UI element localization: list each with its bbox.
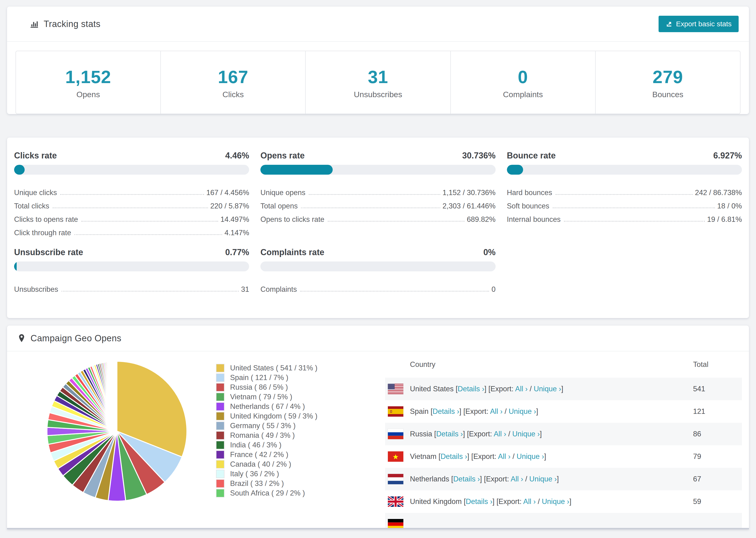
export-unique-link[interactable]: Unique › bbox=[534, 385, 561, 393]
geo-table-header: Country Total bbox=[385, 351, 742, 378]
legend-item: United States ( 541 / 31% ) bbox=[216, 363, 327, 373]
table-row: United Kingdom [Details ›] [Export: All … bbox=[385, 490, 742, 513]
rate-stat-row: Unsubscribes 31 bbox=[14, 280, 249, 294]
geo-legend: United States ( 541 / 31% ) Spain ( 121 … bbox=[216, 363, 327, 498]
stat-card: 0 Complaints bbox=[450, 51, 595, 114]
rate-stat-label: Soft bounces bbox=[507, 202, 549, 210]
country-cell: Russia [Details ›] [Export: All › / Uniq… bbox=[410, 430, 693, 438]
rate-stat-row: Unique opens 1,152 / 30.736% bbox=[260, 184, 495, 197]
total-cell: 59 bbox=[693, 497, 742, 506]
export-all-link[interactable]: All › bbox=[515, 385, 527, 393]
stat-label: Opens bbox=[16, 90, 160, 99]
total-cell: 86 bbox=[693, 430, 742, 438]
rate-progress-fill bbox=[507, 165, 523, 175]
legend-item: Germany ( 55 / 3% ) bbox=[216, 421, 327, 430]
rate-percentage: 4.46% bbox=[225, 151, 249, 161]
rate-progress-bar bbox=[260, 261, 495, 271]
rate-percentage: 0.77% bbox=[225, 247, 249, 257]
rate-stat-row: Internal bounces 19 / 6.81% bbox=[507, 210, 742, 224]
country-column-header: Country bbox=[410, 360, 693, 369]
rate-title: Opens rate bbox=[260, 151, 304, 161]
legend-label: Russia ( 86 / 5% ) bbox=[230, 383, 288, 392]
export-button-label: Export basic stats bbox=[676, 20, 731, 28]
details-link[interactable]: Details › bbox=[458, 385, 484, 393]
dotted-leader bbox=[301, 207, 440, 208]
rate-progress-bar bbox=[260, 165, 495, 175]
map-pin-icon bbox=[17, 334, 26, 343]
dotted-leader bbox=[300, 291, 489, 292]
rate-rows: Complaints 0 bbox=[260, 280, 495, 294]
panel-title-text: Tracking stats bbox=[44, 19, 100, 29]
rate-section: Bounce rate 6.927% Hard bounces 242 / 86… bbox=[507, 151, 742, 237]
table-row: Vietnam [Details ›] [Export: All › / Uni… bbox=[385, 445, 742, 468]
country-flag-icon bbox=[388, 474, 404, 484]
country-cell: Netherlands [Details ›] [Export: All › /… bbox=[410, 475, 693, 483]
geo-table-body: United States [Details ›] [Export: All ›… bbox=[385, 378, 742, 529]
export-all-link[interactable]: All › bbox=[490, 407, 503, 415]
country-cell: United States [Details ›] [Export: All ›… bbox=[410, 385, 693, 393]
stat-value: 1,152 bbox=[16, 67, 160, 87]
rate-stat-label: Opens to clicks rate bbox=[260, 215, 324, 224]
legend-label: Italy ( 36 / 2% ) bbox=[230, 470, 279, 478]
export-unique-link[interactable]: Unique › bbox=[512, 430, 540, 438]
country-cell: United Kingdom [Details ›] [Export: All … bbox=[410, 497, 693, 506]
rate-stat-label: Total opens bbox=[260, 202, 298, 210]
export-all-link[interactable]: All › bbox=[494, 430, 506, 438]
stat-value: 167 bbox=[161, 67, 305, 87]
export-all-link[interactable]: All › bbox=[523, 497, 536, 506]
export-unique-link[interactable]: Unique › bbox=[509, 407, 536, 415]
legend-item: Canada ( 40 / 2% ) bbox=[216, 459, 327, 469]
details-link[interactable]: Details › bbox=[441, 452, 467, 460]
dotted-leader bbox=[75, 234, 222, 235]
dotted-leader bbox=[62, 291, 239, 292]
details-link[interactable]: Details › bbox=[453, 475, 480, 483]
legend-item: Russia ( 86 / 5% ) bbox=[216, 382, 327, 392]
rate-title: Unsubscribe rate bbox=[14, 247, 83, 257]
table-row bbox=[385, 513, 742, 529]
rate-section: Complaints rate 0% Complaints 0 bbox=[260, 247, 495, 294]
rates-grid-top: Clicks rate 4.46% Unique clicks 167 / 4.… bbox=[14, 151, 742, 237]
rate-stat-row: Total opens 2,303 / 61.446% bbox=[260, 197, 495, 210]
rate-stat-value: 2,303 / 61.446% bbox=[443, 202, 496, 210]
rate-stat-label: Hard bounces bbox=[507, 188, 552, 197]
total-column-header: Total bbox=[693, 360, 742, 369]
dotted-leader bbox=[564, 221, 705, 222]
rate-stat-value: 220 / 5.87% bbox=[210, 202, 249, 210]
rate-stat-row: Clicks to opens rate 14.497% bbox=[14, 210, 249, 224]
legend-item: South Africa ( 29 / 2% ) bbox=[216, 488, 327, 498]
legend-label: Romania ( 49 / 3% ) bbox=[230, 431, 295, 440]
country-flag-icon bbox=[388, 497, 404, 507]
country-flag-icon bbox=[388, 452, 404, 462]
rates-panel: Clicks rate 4.46% Unique clicks 167 / 4.… bbox=[7, 137, 749, 318]
export-all-link[interactable]: All › bbox=[511, 475, 523, 483]
stat-card: 167 Clicks bbox=[160, 51, 305, 114]
export-unique-link[interactable]: Unique › bbox=[542, 497, 569, 506]
rate-rows: Unique opens 1,152 / 30.736% Total opens… bbox=[260, 184, 495, 224]
rate-percentage: 6.927% bbox=[713, 151, 742, 161]
legend-label: South Africa ( 29 / 2% ) bbox=[230, 489, 305, 497]
rate-stat-row: Opens to clicks rate 689.82% bbox=[260, 210, 495, 224]
export-unique-link[interactable]: Unique › bbox=[516, 452, 544, 460]
rate-title-row: Unsubscribe rate 0.77% bbox=[14, 247, 249, 257]
export-all-link[interactable]: All › bbox=[498, 452, 511, 460]
export-unique-link[interactable]: Unique › bbox=[529, 475, 557, 483]
legend-color-swatch bbox=[216, 373, 225, 382]
export-basic-stats-button[interactable]: Export basic stats bbox=[659, 16, 739, 32]
rate-title: Bounce rate bbox=[507, 151, 556, 161]
total-cell: 121 bbox=[693, 407, 742, 416]
rate-stat-label: Total clicks bbox=[14, 202, 49, 210]
rate-stat-value: 14.497% bbox=[220, 215, 249, 224]
details-link[interactable]: Details › bbox=[436, 430, 463, 438]
table-row: United States [Details ›] [Export: All ›… bbox=[385, 378, 742, 400]
rate-title-row: Bounce rate 6.927% bbox=[507, 151, 742, 161]
rate-stat-row: Total clicks 220 / 5.87% bbox=[14, 197, 249, 210]
dotted-leader bbox=[53, 207, 208, 208]
stat-card: 1,152 Opens bbox=[16, 51, 160, 114]
legend-color-swatch bbox=[216, 451, 225, 459]
country-cell: Spain [Details ›] [Export: All › / Uniqu… bbox=[410, 407, 693, 416]
rate-title: Clicks rate bbox=[14, 151, 57, 161]
details-link[interactable]: Details › bbox=[433, 407, 459, 415]
campaign-geo-opens-panel: Campaign Geo Opens United States ( 541 /… bbox=[7, 326, 749, 529]
details-link[interactable]: Details › bbox=[466, 497, 493, 506]
rate-percentage: 30.736% bbox=[462, 151, 496, 161]
